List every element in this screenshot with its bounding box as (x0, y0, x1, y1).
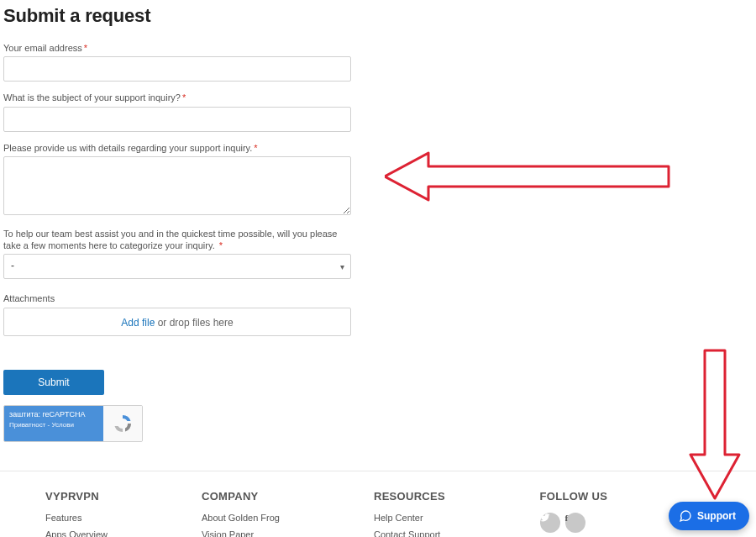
email-field[interactable] (3, 56, 351, 82)
page-title: Submit a request (3, 5, 756, 27)
footer-link[interactable]: About Golden Frog (202, 513, 280, 523)
attachments-label: Attachments (3, 292, 351, 304)
facebook-icon[interactable]: f (565, 513, 585, 533)
category-select[interactable]: - (3, 254, 351, 279)
recaptcha-icon (112, 413, 134, 434)
details-label: Please provide us with details regarding… (3, 142, 351, 154)
attachments-dropzone[interactable]: Add file or drop files here (3, 308, 351, 336)
subject-label: What is the subject of your support inqu… (3, 92, 351, 103)
footer-col-resources: RESOURCES Help Center Contact Support Wh… (374, 490, 446, 537)
request-form: Your email address* What is the subject … (0, 42, 351, 442)
footer-col-company: COMPANY About Golden Frog Vision Paper B… (202, 490, 280, 537)
recaptcha-badge: заштита: reCAPTCHA Приватност - Услови (3, 405, 143, 442)
support-bubble-label: Support (697, 510, 736, 522)
footer-link[interactable]: Apps Overview (45, 529, 108, 537)
category-label: To help our team best assist you and in … (3, 228, 351, 252)
support-bubble-button[interactable]: Support (669, 502, 749, 530)
footer-col-vyprvpn: VYPRVPN Features Apps Overview Pricing (45, 490, 108, 537)
recaptcha-line1: заштита: reCAPTCHA (9, 410, 98, 420)
email-label: Your email address* (3, 42, 351, 54)
footer-link[interactable]: Features (45, 513, 108, 523)
recaptcha-line2: Приватност - Услови (9, 421, 98, 429)
subject-field[interactable] (3, 107, 351, 132)
twitter-icon[interactable] (540, 513, 560, 533)
annotation-arrow-left (385, 150, 670, 203)
footer-heading: COMPANY (202, 490, 280, 503)
chat-icon (679, 509, 692, 523)
footer-heading: FOLLOW US (540, 490, 608, 503)
footer-link[interactable]: Help Center (374, 513, 446, 523)
footer-link[interactable]: Vision Paper (202, 529, 280, 537)
submit-button[interactable]: Submit (3, 370, 104, 395)
footer-heading: VYPRVPN (45, 490, 108, 503)
details-field[interactable] (3, 156, 351, 215)
footer: VYPRVPN Features Apps Overview Pricing C… (0, 471, 756, 537)
footer-link[interactable]: Contact Support (374, 529, 446, 537)
add-file-link[interactable]: Add file (121, 317, 155, 329)
drop-hint: or drop files here (155, 317, 233, 329)
footer-col-follow: FOLLOW US f (540, 490, 608, 537)
footer-heading: RESOURCES (374, 490, 446, 503)
annotation-arrow-down (689, 349, 741, 500)
